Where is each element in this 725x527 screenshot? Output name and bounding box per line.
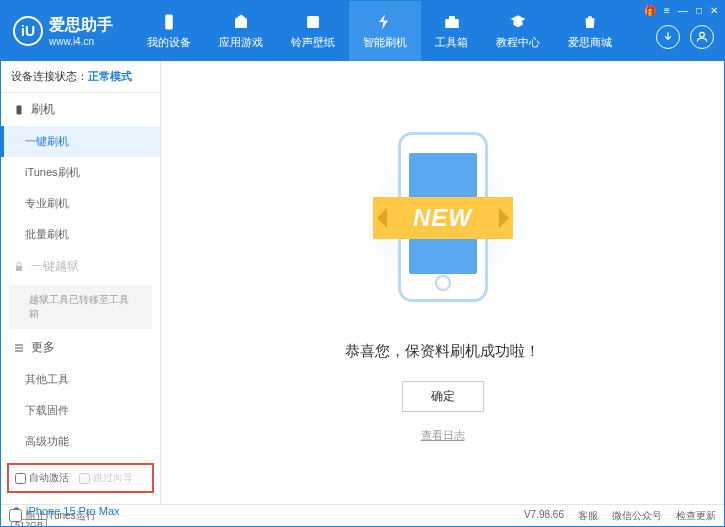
- header-actions: [656, 25, 714, 49]
- maximize-button[interactable]: □: [696, 5, 702, 16]
- nav-toolbox[interactable]: 工具箱: [421, 1, 482, 61]
- flash-icon: [375, 12, 395, 32]
- main-content: NEW 恭喜您，保资料刷机成功啦！ 确定 查看日志: [161, 61, 724, 504]
- nav-my-device[interactable]: 我的设备: [133, 1, 205, 61]
- sidebar-item-pro[interactable]: 专业刷机: [1, 188, 160, 219]
- version-label: V7.98.66: [524, 509, 564, 523]
- store-icon: [580, 12, 600, 32]
- download-button[interactable]: [656, 25, 680, 49]
- sidebar-header-jailbreak: 一键越狱: [1, 250, 160, 283]
- sidebar-item-advanced[interactable]: 高级功能: [1, 426, 160, 457]
- sidebar-item-batch[interactable]: 批量刷机: [1, 219, 160, 250]
- nav-media[interactable]: 铃声壁纸: [277, 1, 349, 61]
- svg-rect-2: [445, 19, 459, 28]
- svg-rect-9: [15, 350, 23, 351]
- nav-flash[interactable]: 智能刷机: [349, 1, 421, 61]
- footer-link-wechat[interactable]: 微信公众号: [612, 509, 662, 523]
- minimize-button[interactable]: —: [678, 5, 688, 16]
- options-box: 自动激活 跳过向导: [7, 463, 154, 493]
- app-logo: iU 爱思助手 www.i4.cn: [1, 15, 125, 47]
- footer-link-support[interactable]: 客服: [578, 509, 598, 523]
- app-title: 爱思助手: [49, 15, 113, 36]
- app-header: iU 爱思助手 www.i4.cn 我的设备 应用游戏 铃声壁纸 智能刷机 工具…: [1, 1, 724, 61]
- user-button[interactable]: [690, 25, 714, 49]
- footer-link-update[interactable]: 检查更新: [676, 509, 716, 523]
- auto-activate-checkbox[interactable]: 自动激活: [15, 471, 69, 485]
- svg-rect-0: [165, 15, 173, 30]
- device-icon: [159, 12, 179, 32]
- main-nav: 我的设备 应用游戏 铃声壁纸 智能刷机 工具箱 教程中心 爱思商城: [133, 1, 626, 61]
- tutorial-icon: [508, 12, 528, 32]
- ribbon-text: NEW: [413, 204, 472, 232]
- success-message: 恭喜您，保资料刷机成功啦！: [345, 342, 540, 361]
- success-illustration: NEW: [383, 122, 503, 322]
- apps-icon: [231, 12, 251, 32]
- sidebar-item-itunes[interactable]: iTunes刷机: [1, 157, 160, 188]
- block-itunes-checkbox[interactable]: 阻止iTunes运行: [9, 509, 96, 523]
- svg-rect-6: [16, 266, 22, 271]
- sidebar-item-firmware[interactable]: 下载固件: [1, 395, 160, 426]
- sidebar: 设备连接状态：正常模式 刷机 一键刷机 iTunes刷机 专业刷机 批量刷机 一…: [1, 61, 161, 504]
- nav-apps[interactable]: 应用游戏: [205, 1, 277, 61]
- svg-rect-8: [15, 347, 23, 348]
- sidebar-item-other[interactable]: 其他工具: [1, 364, 160, 395]
- media-icon: [303, 12, 323, 32]
- window-controls: 🎁 ≡ — □ ✕: [644, 5, 718, 16]
- nav-store[interactable]: 爱思商城: [554, 1, 626, 61]
- svg-rect-3: [449, 16, 455, 19]
- sidebar-header-more[interactable]: 更多: [1, 331, 160, 364]
- app-url: www.i4.cn: [49, 36, 113, 47]
- phone-icon: [13, 104, 25, 116]
- device-status: 设备连接状态：正常模式: [1, 61, 160, 93]
- svg-point-4: [700, 32, 705, 37]
- jailbreak-note: 越狱工具已转移至工具箱: [9, 285, 152, 329]
- menu-icon[interactable]: ≡: [664, 5, 670, 16]
- svg-rect-1: [307, 16, 319, 28]
- list-icon: [13, 342, 25, 354]
- lock-icon: [13, 261, 25, 273]
- sidebar-header-flash[interactable]: 刷机: [1, 93, 160, 126]
- close-button[interactable]: ✕: [710, 5, 718, 16]
- skip-wizard-checkbox: 跳过向导: [79, 471, 133, 485]
- svg-rect-5: [17, 105, 22, 114]
- toolbox-icon: [442, 12, 462, 32]
- sidebar-item-oneclick[interactable]: 一键刷机: [1, 126, 160, 157]
- svg-rect-7: [15, 344, 23, 345]
- logo-icon: iU: [13, 16, 43, 46]
- confirm-button[interactable]: 确定: [402, 381, 484, 412]
- nav-tutorial[interactable]: 教程中心: [482, 1, 554, 61]
- gift-icon[interactable]: 🎁: [644, 5, 656, 16]
- view-log-link[interactable]: 查看日志: [421, 428, 465, 443]
